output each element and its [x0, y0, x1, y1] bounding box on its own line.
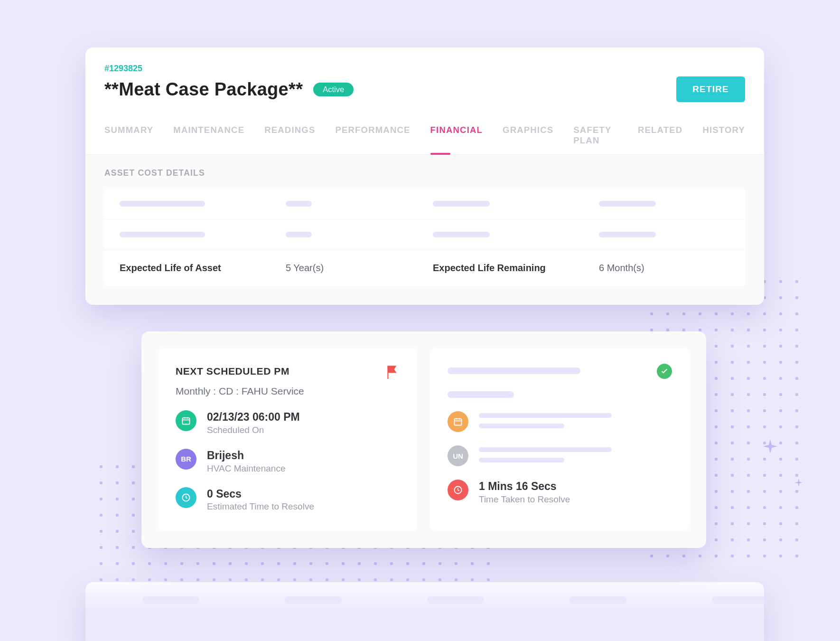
- placeholder: [448, 391, 514, 398]
- assignee-item: BR Brijesh HVAC Maintenance: [176, 449, 400, 474]
- flag-icon: [386, 365, 398, 379]
- assignee-label: HVAC Maintenance: [207, 463, 285, 474]
- expected-life-value: 5 Year(s): [286, 263, 433, 273]
- tab-bar: SUMMARY MAINTENANCE READINGS PERFORMANCE…: [85, 118, 764, 155]
- estimate-value: 0 Secs: [207, 487, 314, 501]
- check-icon: [657, 364, 672, 379]
- section-label: ASSET COST DETAILS: [104, 168, 745, 178]
- tab-graphics[interactable]: GRAPHICS: [503, 118, 553, 154]
- tab-summary[interactable]: SUMMARY: [104, 118, 153, 154]
- placeholder: [448, 368, 580, 374]
- avatar-initials: UN: [448, 445, 468, 466]
- svg-rect-2: [455, 419, 462, 425]
- svg-rect-0: [183, 418, 190, 424]
- scheduled-on-item: 02/13/23 06:00 PM Scheduled On: [176, 410, 400, 435]
- retire-button[interactable]: RETIRE: [676, 76, 745, 102]
- completed-assignee-item: UN: [448, 445, 672, 466]
- sparkle-icon: [762, 439, 779, 456]
- asset-detail-card: #1293825 **Meat Case Package** Active RE…: [85, 47, 764, 305]
- next-pm-title: NEXT SCHEDULED PM: [176, 366, 400, 377]
- next-pm-subtitle: Monthly : CD : FAHU Service: [176, 386, 400, 397]
- completed-scheduled-item: [448, 411, 672, 432]
- placeholder: [285, 596, 342, 604]
- tab-history[interactable]: HISTORY: [702, 118, 745, 154]
- asset-id: #1293825: [104, 64, 745, 74]
- placeholder: [120, 232, 205, 237]
- tab-performance[interactable]: PERFORMANCE: [335, 118, 410, 154]
- placeholder: [142, 596, 199, 604]
- asset-title: **Meat Case Package**: [104, 79, 303, 100]
- resolve-time-label: Time Taken to Resolve: [479, 494, 570, 505]
- scheduled-on-value: 02/13/23 06:00 PM: [207, 410, 300, 424]
- cost-table: Expected Life of Asset 5 Year(s) Expecte…: [104, 189, 745, 286]
- estimate-label: Estimated Time to Resolve: [207, 501, 314, 512]
- clock-icon: [176, 487, 196, 508]
- tab-maintenance[interactable]: MAINTENANCE: [173, 118, 244, 154]
- placeholder: [433, 232, 490, 237]
- life-remaining-label: Expected Life Remaining: [433, 263, 599, 273]
- pm-cards-container: NEXT SCHEDULED PM Monthly : CD : FAHU Se…: [141, 331, 706, 548]
- placeholder: [479, 458, 564, 462]
- resolve-time-value: 1 Mins 16 Secs: [479, 480, 570, 493]
- ghost-tabs: [142, 596, 769, 604]
- cost-row-placeholder: [104, 219, 745, 250]
- life-remaining-value: 6 Month(s): [599, 263, 730, 273]
- calendar-icon: [176, 410, 196, 431]
- next-pm-card: NEXT SCHEDULED PM Monthly : CD : FAHU Se…: [159, 349, 417, 531]
- status-badge: Active: [313, 83, 354, 96]
- placeholder: [479, 447, 612, 452]
- placeholder: [427, 596, 484, 604]
- placeholder: [286, 232, 312, 237]
- tab-related[interactable]: RELATED: [638, 118, 682, 154]
- expected-life-label: Expected Life of Asset: [120, 263, 286, 273]
- placeholder: [599, 232, 656, 237]
- assignee-name: Brijesh: [207, 449, 285, 462]
- clock-icon: [448, 480, 468, 500]
- placeholder: [569, 596, 626, 604]
- placeholder: [479, 424, 564, 428]
- completed-pm-card: UN 1 Mins 16 Secs Time Taken to Resolve: [430, 349, 689, 531]
- tab-safety-plan[interactable]: SAFETY PLAN: [573, 118, 618, 154]
- resolve-time-item: 1 Mins 16 Secs Time Taken to Resolve: [448, 480, 672, 505]
- placeholder: [120, 201, 205, 207]
- placeholder: [712, 596, 769, 604]
- financial-body: ASSET COST DETAILS Expected Life of Asse…: [85, 155, 764, 305]
- asset-header: #1293825 **Meat Case Package** Active RE…: [85, 47, 764, 102]
- placeholder: [433, 201, 490, 207]
- calendar-icon: [448, 411, 468, 432]
- placeholder: [286, 201, 312, 207]
- avatar-initials: BR: [176, 449, 196, 470]
- tab-financial[interactable]: FINANCIAL: [430, 118, 483, 154]
- scheduled-on-label: Scheduled On: [207, 425, 300, 435]
- ghost-card: [85, 582, 764, 641]
- sparkle-icon: [794, 479, 803, 488]
- cost-row-placeholder: [104, 189, 745, 219]
- cost-row-life: Expected Life of Asset 5 Year(s) Expecte…: [104, 250, 745, 286]
- placeholder: [599, 201, 656, 207]
- tab-readings[interactable]: READINGS: [264, 118, 315, 154]
- asset-title-row: **Meat Case Package** Active RETIRE: [104, 76, 745, 102]
- estimate-item: 0 Secs Estimated Time to Resolve: [176, 487, 400, 512]
- placeholder: [479, 413, 612, 418]
